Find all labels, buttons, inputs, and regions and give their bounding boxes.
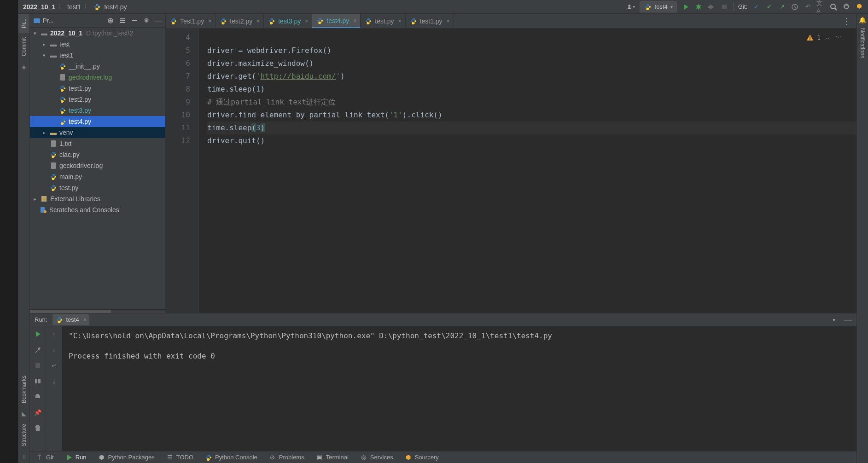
close-icon[interactable]: × [447,18,450,24]
run-button[interactable] [682,3,690,11]
editor-tab[interactable]: test2.py× [216,14,264,28]
tool-structure[interactable]: Structure [18,419,29,451]
tree-file-testpy[interactable]: test.py [30,182,165,193]
line-number[interactable]: 10 [166,109,190,122]
close-icon[interactable]: × [256,18,260,24]
close-icon[interactable]: × [83,316,87,323]
tool-commit[interactable]: Commit [18,33,29,61]
bottom-console[interactable]: Python Console [199,453,263,462]
line-number[interactable]: 4 [166,31,190,44]
tree-file-clac[interactable]: clac.py [30,149,165,160]
print-icon[interactable] [34,393,42,401]
line-number[interactable]: 12 [166,134,190,147]
close-icon[interactable]: × [353,17,356,24]
tree-file-test2[interactable]: test2.py [30,94,165,105]
code-line[interactable]: time.sleep(1) [207,83,856,96]
tool-bookmarks[interactable]: Bookmarks [18,371,29,408]
select-opened-file-icon[interactable] [106,17,115,25]
project-h-scrollbar[interactable] [30,309,165,313]
run-config-selector[interactable]: test4 ▾ [640,1,677,12]
git-commit-icon[interactable]: ✔ [765,3,773,11]
code-line[interactable] [207,31,856,44]
code-line[interactable]: # 通过partial_link_text进行定位 [207,96,856,109]
wrench-icon[interactable] [34,346,42,354]
tree-dir-test1[interactable]: ▾ ▬ test1 [30,50,165,61]
line-number[interactable]: 9 [166,96,190,109]
editor-tab[interactable]: test.py× [361,14,405,28]
tool-project[interactable]: Pr... [18,14,29,33]
rerun-button[interactable] [34,330,42,338]
editor-body[interactable]: 1 ︿ ﹀ 456789101112 driver = webdriver.Fi… [166,29,856,313]
tree-external-libs[interactable]: ▸ External Libraries [30,193,165,204]
git-history-icon[interactable] [791,3,799,11]
bottom-sourcery[interactable]: ⬢Sourcery [399,453,444,462]
git-rollback-icon[interactable]: ↶ [804,3,812,11]
settings-icon[interactable] [142,17,151,25]
code-line[interactable]: time.sleep(3) [207,122,856,134]
project-tree[interactable]: ▾ ▬ 2022_10_1 D:\python_test\2 ▸ ▬ test … [30,28,165,215]
code-area[interactable]: driver = webdriver.Firefox()driver.maxim… [199,29,856,313]
scroll-end-icon[interactable]: ⤓ [50,377,58,385]
bottom-pkg[interactable]: ⬢Python Packages [92,453,160,462]
user-icon[interactable]: ▾ [627,3,635,11]
layout-icon[interactable] [34,377,42,385]
editor-tab[interactable]: test4.py× [312,14,361,28]
hide-icon[interactable]: — [154,17,163,25]
run-console[interactable]: "C:\Users\hold on\AppData\Local\Programs… [62,326,856,451]
breadcrumb-file[interactable]: test4.py [104,3,127,11]
line-number[interactable]: 6 [166,57,190,70]
editor-tab[interactable]: test1.py× [406,14,454,28]
bell-icon[interactable]: 🔔 [859,14,866,23]
bottom-services[interactable]: ◎Services [354,453,399,462]
bottom-todo[interactable]: ☰TODO [160,453,199,462]
code-line[interactable]: driver.quit() [207,134,856,147]
soft-wrap-icon[interactable]: ↩ [50,361,58,370]
close-icon[interactable]: × [398,18,402,24]
search-icon[interactable] [829,3,838,11]
line-number[interactable]: 11 [166,122,190,134]
sourcery-icon[interactable] [855,3,863,11]
code-line[interactable]: driver.maximize_window() [207,57,856,70]
line-number[interactable]: 5 [166,44,190,57]
expand-all-icon[interactable] [118,17,127,25]
collapse-all-icon[interactable] [130,17,139,25]
bottom-git[interactable]: ᛘGit [30,453,59,462]
code-line[interactable]: driver.get('http://baidu.com/') [207,70,856,83]
tree-file-main[interactable]: main.py [30,171,165,182]
up-icon[interactable]: ↑ [50,330,58,338]
tree-file-gecko2[interactable]: geckodriver.log [30,160,165,171]
tool-notifications[interactable]: Notifications [858,23,867,63]
editor-tab[interactable]: test3.py× [264,14,312,28]
tree-file-txt[interactable]: 1.txt [30,138,165,149]
gutter[interactable]: 456789101112 [166,29,199,313]
git-update-icon[interactable]: ✓ [752,3,760,11]
tree-scratches[interactable]: Scratches and Consoles [30,204,165,215]
debug-button[interactable] [694,3,703,11]
editor-tab[interactable]: Test1.py× [166,14,216,28]
bottom-terminal[interactable]: ▣Terminal [310,453,354,462]
close-icon[interactable]: × [208,18,211,24]
line-number[interactable]: 7 [166,70,190,83]
tree-dir-venv[interactable]: ▸ ▬ venv [30,127,165,138]
tree-file-test4[interactable]: test4.py [30,116,165,127]
run-settings-icon[interactable] [830,316,838,324]
breadcrumb[interactable]: 2022_10_1 〉 test1 〉 test4.py [23,3,624,11]
code-line[interactable]: driver = webdriver.Firefox() [207,44,856,57]
close-icon[interactable]: × [305,18,308,24]
tree-root[interactable]: ▾ ▬ 2022_10_1 D:\python_test\2 [30,28,165,39]
tree-dir-test[interactable]: ▸ ▬ test [30,39,165,50]
line-number[interactable]: 8 [166,83,190,96]
hide-icon[interactable]: — [844,316,852,324]
down-icon[interactable]: ↓ [50,346,58,354]
tree-file-gecko1[interactable]: geckodriver.log [30,72,165,83]
bottom-problems[interactable]: ⊘Problems [263,453,310,462]
breadcrumb-folder[interactable]: test1 [67,3,81,11]
breadcrumb-root[interactable]: 2022_10_1 [23,3,55,11]
git-push-icon[interactable]: ↗ [778,3,786,11]
run-tab[interactable]: test4 × [52,314,89,325]
settings-icon[interactable] [842,3,851,11]
tree-file-test3[interactable]: test3.py [30,105,165,116]
tree-file-test1[interactable]: test1.py [30,83,165,94]
translate-icon[interactable]: 文A [816,3,825,11]
bottom-run[interactable]: Run [59,453,92,462]
